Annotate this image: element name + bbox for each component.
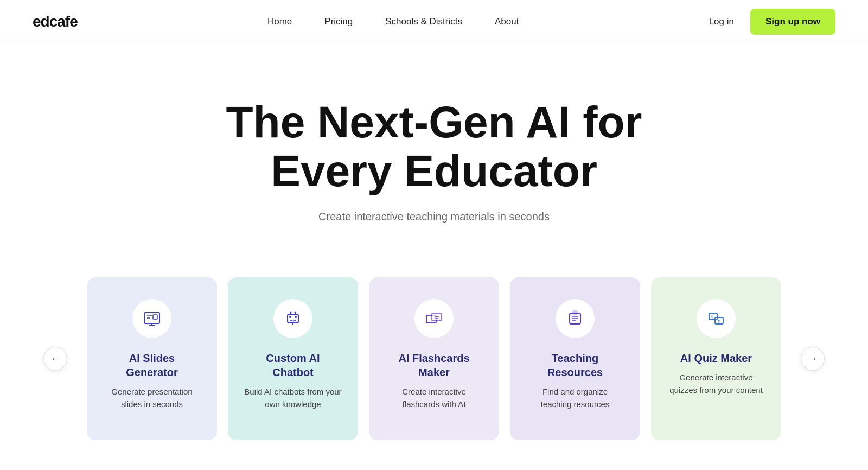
hero-subtitle: Create interactive teaching materials in…: [33, 211, 835, 223]
card-flashcards[interactable]: AI Flashcards Maker Create interactive f…: [369, 277, 499, 440]
slides-icon-circle: [132, 299, 171, 338]
nav-actions: Log in Sign up now: [709, 9, 835, 35]
flashcards-icon: [424, 309, 444, 328]
quiz-icon: ? ?: [706, 309, 726, 328]
card-quiz[interactable]: ? ? AI Quiz Maker Generate interactive q…: [651, 277, 781, 440]
nav-about[interactable]: About: [495, 16, 519, 27]
right-arrow-icon: →: [808, 353, 818, 365]
card-chatbot[interactable]: Custom AI Chatbot Build AI chatbots from…: [228, 277, 358, 440]
chatbot-icon-circle: [273, 299, 312, 338]
quiz-icon-circle: ? ?: [697, 299, 736, 338]
left-arrow-icon: ←: [50, 353, 60, 365]
resources-icon-circle: [556, 299, 595, 338]
card-resources[interactable]: Teaching Resources Find and organize tea…: [510, 277, 640, 440]
svg-text:?: ?: [711, 315, 714, 320]
logo[interactable]: edcafe: [33, 13, 78, 30]
flashcards-card-desc: Create interactive flashcards with AI: [385, 386, 483, 410]
chatbot-card-title: Custom AI Chatbot: [244, 351, 342, 379]
slides-card-title: AI Slides Generator: [103, 351, 201, 379]
navbar: edcafe Home Pricing Schools & Districts …: [0, 0, 868, 43]
resources-icon: [565, 309, 585, 328]
cards-section: ← AI Slides Generator Generate presentat…: [0, 256, 868, 470]
flashcards-icon-circle: [414, 299, 454, 338]
svg-point-8: [295, 316, 297, 318]
card-slides[interactable]: AI Slides Generator Generate presentatio…: [87, 277, 217, 440]
slides-card-desc: Generate presentation slides in seconds: [103, 386, 201, 410]
svg-point-12: [295, 312, 296, 313]
chatbot-icon: [283, 309, 303, 328]
resources-card-desc: Find and organize teaching resources: [526, 386, 624, 410]
svg-rect-22: [573, 311, 577, 314]
resources-card-title: Teaching Resources: [526, 351, 624, 379]
svg-point-7: [289, 316, 291, 318]
svg-text:?: ?: [718, 319, 720, 324]
quiz-card-desc: Generate interactive quizzes from your c…: [667, 372, 765, 396]
svg-point-11: [290, 312, 292, 313]
svg-rect-5: [153, 315, 157, 319]
nav-schools[interactable]: Schools & Districts: [385, 16, 462, 27]
nav-home[interactable]: Home: [267, 16, 292, 27]
quiz-card-title: AI Quiz Maker: [680, 351, 752, 365]
flashcards-card-title: AI Flashcards Maker: [385, 351, 483, 379]
cards-container: AI Slides Generator Generate presentatio…: [0, 277, 868, 440]
nav-pricing[interactable]: Pricing: [324, 16, 353, 27]
nav-links: Home Pricing Schools & Districts About: [267, 16, 519, 27]
hero-title: The Next-Gen AI for Every Educator: [190, 98, 678, 195]
signup-button[interactable]: Sign up now: [750, 9, 835, 35]
svg-rect-6: [288, 314, 298, 323]
slides-icon: [142, 309, 162, 328]
chatbot-card-desc: Build AI chatbots from your own knowledg…: [244, 386, 342, 410]
login-link[interactable]: Log in: [709, 16, 734, 27]
hero-section: The Next-Gen AI for Every Educator Creat…: [0, 43, 868, 256]
